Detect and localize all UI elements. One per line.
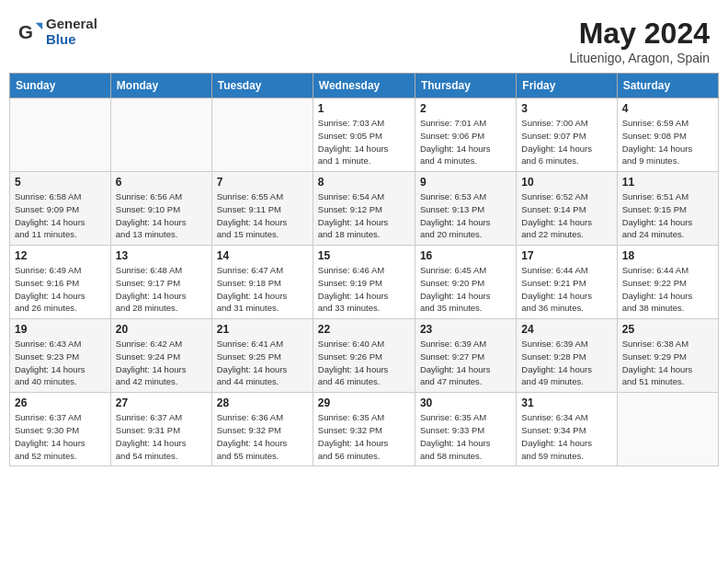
weekday-header-monday: Monday [110,74,211,98]
calendar-cell [110,98,211,172]
weekday-header-wednesday: Wednesday [313,74,415,98]
calendar-location: Lituenigo, Aragon, Spain [569,51,710,65]
day-info: Sunrise: 6:44 AM Sunset: 9:21 PM Dayligh… [521,264,611,315]
day-number: 5 [15,176,106,189]
weekday-header-thursday: Thursday [415,74,516,98]
day-info: Sunrise: 6:43 AM Sunset: 9:23 PM Dayligh… [15,338,106,388]
calendar-title: May 2024 [569,17,710,51]
day-number: 17 [521,249,611,262]
calendar-cell: 25Sunrise: 6:38 AM Sunset: 9:29 PM Dayli… [617,319,718,393]
weekday-header-friday: Friday [517,74,617,98]
svg-marker-1 [36,22,42,29]
calendar-cell: 1Sunrise: 7:03 AM Sunset: 9:05 PM Daylig… [313,98,415,172]
calendar-cell: 19Sunrise: 6:43 AM Sunset: 9:23 PM Dayli… [10,319,111,393]
day-info: Sunrise: 6:54 AM Sunset: 9:12 PM Dayligh… [318,190,410,241]
day-number: 1 [318,102,410,115]
logo-text: General Blue [46,17,97,47]
day-info: Sunrise: 6:51 AM Sunset: 9:15 PM Dayligh… [622,190,713,241]
logo-icon: G [18,19,44,45]
day-number: 4 [622,102,713,115]
day-info: Sunrise: 6:56 AM Sunset: 9:10 PM Dayligh… [116,190,207,241]
calendar-cell: 5Sunrise: 6:58 AM Sunset: 9:09 PM Daylig… [10,172,111,246]
day-info: Sunrise: 6:59 AM Sunset: 9:08 PM Dayligh… [622,117,713,167]
calendar-cell: 15Sunrise: 6:46 AM Sunset: 9:19 PM Dayli… [313,246,415,319]
calendar-cell: 28Sunrise: 6:36 AM Sunset: 9:32 PM Dayli… [211,393,313,466]
calendar-cell: 11Sunrise: 6:51 AM Sunset: 9:15 PM Dayli… [617,172,718,246]
calendar-cell: 29Sunrise: 6:35 AM Sunset: 9:32 PM Dayli… [313,393,415,466]
day-info: Sunrise: 6:39 AM Sunset: 9:28 PM Dayligh… [521,338,611,388]
day-info: Sunrise: 6:40 AM Sunset: 9:26 PM Dayligh… [318,338,410,388]
day-number: 31 [521,396,611,409]
svg-text:G: G [18,20,33,41]
calendar-cell: 4Sunrise: 6:59 AM Sunset: 9:08 PM Daylig… [617,98,718,172]
day-info: Sunrise: 6:34 AM Sunset: 9:34 PM Dayligh… [521,411,611,462]
calendar-cell: 22Sunrise: 6:40 AM Sunset: 9:26 PM Dayli… [313,319,415,393]
page-header: G General Blue May 2024 Lituenigo, Arago… [9,9,719,69]
calendar-cell: 18Sunrise: 6:44 AM Sunset: 9:22 PM Dayli… [617,246,718,319]
title-block: May 2024 Lituenigo, Aragon, Spain [569,17,710,65]
day-number: 2 [420,102,511,115]
calendar-cell: 7Sunrise: 6:55 AM Sunset: 9:11 PM Daylig… [211,172,313,246]
calendar-cell: 8Sunrise: 6:54 AM Sunset: 9:12 PM Daylig… [313,172,415,246]
calendar-cell [617,393,718,466]
day-number: 15 [318,249,410,262]
calendar-cell: 26Sunrise: 6:37 AM Sunset: 9:30 PM Dayli… [10,393,111,466]
day-info: Sunrise: 7:03 AM Sunset: 9:05 PM Dayligh… [318,117,410,167]
calendar-cell: 31Sunrise: 6:34 AM Sunset: 9:34 PM Dayli… [517,393,617,466]
weekday-header-tuesday: Tuesday [211,74,313,98]
day-info: Sunrise: 6:53 AM Sunset: 9:13 PM Dayligh… [420,190,511,241]
calendar-cell: 17Sunrise: 6:44 AM Sunset: 9:21 PM Dayli… [517,246,617,319]
day-number: 10 [521,176,611,189]
day-info: Sunrise: 6:44 AM Sunset: 9:22 PM Dayligh… [622,264,713,315]
logo: G General Blue [18,17,97,47]
day-info: Sunrise: 6:45 AM Sunset: 9:20 PM Dayligh… [420,264,511,315]
calendar-cell: 27Sunrise: 6:37 AM Sunset: 9:31 PM Dayli… [110,393,211,466]
day-info: Sunrise: 6:46 AM Sunset: 9:19 PM Dayligh… [318,264,410,315]
calendar-cell: 6Sunrise: 6:56 AM Sunset: 9:10 PM Daylig… [110,172,211,246]
day-number: 18 [622,249,713,262]
day-info: Sunrise: 6:38 AM Sunset: 9:29 PM Dayligh… [622,338,713,388]
calendar-cell: 12Sunrise: 6:49 AM Sunset: 9:16 PM Dayli… [10,246,111,319]
calendar-cell: 30Sunrise: 6:35 AM Sunset: 9:33 PM Dayli… [415,393,516,466]
day-number: 24 [521,323,611,336]
day-info: Sunrise: 6:41 AM Sunset: 9:25 PM Dayligh… [217,338,308,388]
day-number: 20 [116,323,207,336]
day-number: 27 [116,396,207,409]
calendar-cell: 13Sunrise: 6:48 AM Sunset: 9:17 PM Dayli… [110,246,211,319]
day-info: Sunrise: 6:47 AM Sunset: 9:18 PM Dayligh… [217,264,308,315]
day-number: 29 [318,396,410,409]
day-number: 30 [420,396,511,409]
day-number: 25 [622,323,713,336]
calendar-cell: 24Sunrise: 6:39 AM Sunset: 9:28 PM Dayli… [517,319,617,393]
day-number: 7 [217,176,308,189]
day-number: 13 [116,249,207,262]
day-number: 11 [622,176,713,189]
day-info: Sunrise: 7:01 AM Sunset: 9:06 PM Dayligh… [420,117,511,167]
weekday-header-row: SundayMondayTuesdayWednesdayThursdayFrid… [10,74,719,98]
calendar-cell: 14Sunrise: 6:47 AM Sunset: 9:18 PM Dayli… [211,246,313,319]
day-info: Sunrise: 6:58 AM Sunset: 9:09 PM Dayligh… [15,190,106,241]
day-number: 12 [15,249,106,262]
day-info: Sunrise: 6:37 AM Sunset: 9:30 PM Dayligh… [15,411,106,462]
weekday-header-sunday: Sunday [10,74,111,98]
calendar-cell: 2Sunrise: 7:01 AM Sunset: 9:06 PM Daylig… [415,98,516,172]
day-number: 22 [318,323,410,336]
day-number: 23 [420,323,511,336]
calendar-cell: 9Sunrise: 6:53 AM Sunset: 9:13 PM Daylig… [415,172,516,246]
calendar-cell: 20Sunrise: 6:42 AM Sunset: 9:24 PM Dayli… [110,319,211,393]
day-info: Sunrise: 6:49 AM Sunset: 9:16 PM Dayligh… [15,264,106,315]
calendar-table: SundayMondayTuesdayWednesdayThursdayFrid… [9,73,719,466]
day-number: 19 [15,323,106,336]
calendar-cell: 21Sunrise: 6:41 AM Sunset: 9:25 PM Dayli… [211,319,313,393]
week-row-3: 19Sunrise: 6:43 AM Sunset: 9:23 PM Dayli… [10,319,719,393]
calendar-cell: 10Sunrise: 6:52 AM Sunset: 9:14 PM Dayli… [517,172,617,246]
day-info: Sunrise: 6:55 AM Sunset: 9:11 PM Dayligh… [217,190,308,241]
day-info: Sunrise: 6:37 AM Sunset: 9:31 PM Dayligh… [116,411,207,462]
day-info: Sunrise: 6:35 AM Sunset: 9:33 PM Dayligh… [420,411,511,462]
day-number: 26 [15,396,106,409]
day-info: Sunrise: 6:35 AM Sunset: 9:32 PM Dayligh… [318,411,410,462]
day-number: 8 [318,176,410,189]
day-number: 9 [420,176,511,189]
day-number: 6 [116,176,207,189]
day-info: Sunrise: 6:42 AM Sunset: 9:24 PM Dayligh… [116,338,207,388]
